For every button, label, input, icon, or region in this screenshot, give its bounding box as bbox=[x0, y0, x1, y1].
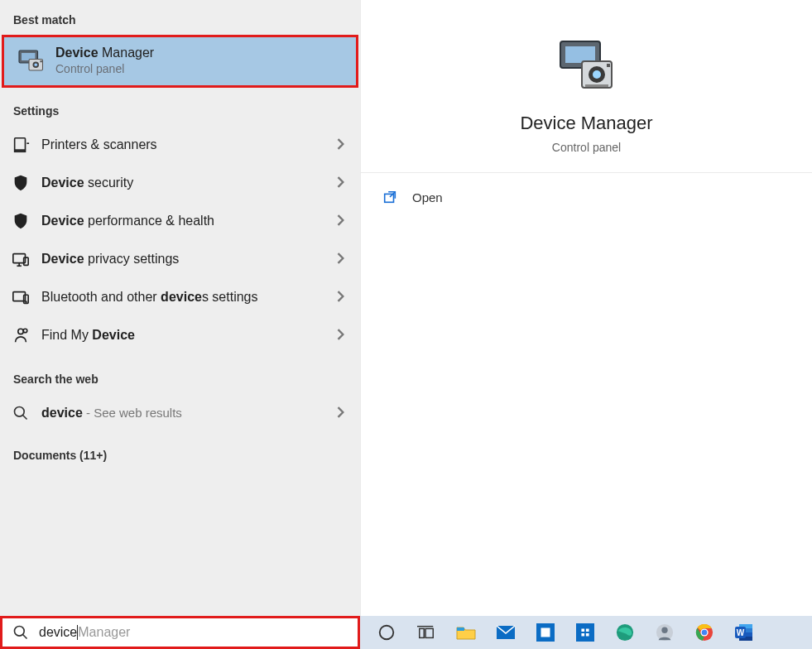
taskbar-edge-icon[interactable] bbox=[607, 616, 643, 649]
chevron-right-icon bbox=[337, 138, 350, 152]
taskbar-app-icon[interactable] bbox=[527, 616, 564, 649]
svg-point-18 bbox=[15, 407, 25, 417]
svg-line-29 bbox=[23, 635, 27, 639]
taskbar-app-icon[interactable] bbox=[567, 616, 603, 649]
chevron-right-icon bbox=[337, 252, 350, 267]
result-text: Find My Device bbox=[41, 328, 337, 343]
device-manager-icon bbox=[554, 33, 620, 99]
preview-subtitle: Control panel bbox=[552, 141, 621, 154]
svg-rect-25 bbox=[607, 64, 610, 67]
svg-point-15 bbox=[26, 301, 26, 302]
printer-icon bbox=[8, 135, 33, 155]
taskbar-mail-icon[interactable] bbox=[488, 616, 524, 649]
find-my-device-icon bbox=[8, 325, 33, 345]
svg-rect-12 bbox=[24, 257, 28, 265]
search-icon bbox=[12, 624, 29, 641]
result-text: Device performance & health bbox=[41, 214, 337, 228]
section-header-web: Search the web bbox=[0, 354, 360, 394]
svg-point-28 bbox=[15, 627, 25, 637]
chevron-right-icon bbox=[337, 406, 350, 421]
result-title: Device Manager bbox=[55, 46, 154, 60]
preview-panel: Device Manager Control panel Open bbox=[360, 0, 812, 616]
section-header-documents: Documents (11+) bbox=[0, 432, 360, 470]
section-header-best-match: Best match bbox=[0, 0, 360, 35]
search-icon bbox=[8, 403, 33, 423]
result-settings-device-security[interactable]: Device security bbox=[0, 164, 360, 202]
svg-rect-31 bbox=[420, 628, 425, 637]
search-input[interactable]: device Manager bbox=[0, 616, 360, 649]
taskbar: W bbox=[360, 616, 812, 649]
chevron-right-icon bbox=[337, 214, 350, 228]
result-text: Bluetooth and other devices settings bbox=[41, 290, 337, 305]
taskbar-chrome-icon[interactable] bbox=[686, 616, 723, 649]
svg-text:W: W bbox=[737, 628, 745, 637]
search-suggestion-text: Manager bbox=[78, 625, 130, 640]
svg-point-4 bbox=[34, 63, 37, 66]
open-icon bbox=[382, 190, 397, 204]
result-settings-device-performance[interactable]: Device performance & health bbox=[0, 202, 360, 240]
chevron-right-icon bbox=[337, 176, 350, 190]
result-settings-find-my-device[interactable]: Find My Device bbox=[0, 316, 360, 354]
section-header-settings: Settings bbox=[0, 88, 360, 126]
result-subtitle: Control panel bbox=[55, 62, 154, 75]
taskbar-taskview-icon[interactable] bbox=[408, 616, 444, 649]
search-results-panel: Best match Device Manager Control panel … bbox=[0, 0, 360, 616]
svg-rect-34 bbox=[457, 627, 464, 631]
svg-point-30 bbox=[380, 626, 394, 640]
taskbar-word-icon[interactable]: W bbox=[726, 616, 762, 649]
devices-icon bbox=[8, 249, 33, 269]
svg-rect-38 bbox=[576, 623, 594, 642]
svg-rect-26 bbox=[585, 84, 608, 87]
chevron-right-icon bbox=[337, 291, 350, 305]
result-text: Printers & scanners bbox=[41, 137, 337, 152]
taskbar-app-icon[interactable] bbox=[646, 616, 683, 649]
result-settings-printers-scanners[interactable]: Printers & scanners bbox=[0, 126, 360, 164]
taskbar-file-explorer-icon[interactable] bbox=[448, 616, 484, 649]
svg-point-44 bbox=[702, 630, 708, 636]
result-settings-bluetooth-devices[interactable]: Bluetooth and other devices settings bbox=[0, 278, 360, 316]
svg-rect-7 bbox=[15, 150, 26, 151]
taskbar-cortana-icon[interactable] bbox=[368, 616, 405, 649]
bluetooth-devices-icon bbox=[8, 287, 33, 307]
search-typed-text: device bbox=[39, 625, 77, 640]
action-open[interactable]: Open bbox=[361, 173, 812, 221]
result-text: device - See web results bbox=[41, 406, 337, 421]
device-manager-icon bbox=[16, 46, 47, 75]
svg-rect-6 bbox=[15, 138, 26, 151]
result-web-search[interactable]: device - See web results bbox=[0, 394, 360, 432]
svg-point-41 bbox=[661, 627, 667, 633]
result-settings-device-privacy[interactable]: Device privacy settings bbox=[0, 240, 360, 278]
svg-point-17 bbox=[23, 329, 27, 333]
result-best-match-device-manager[interactable]: Device Manager Control panel bbox=[2, 35, 358, 88]
svg-line-19 bbox=[23, 416, 27, 420]
svg-rect-32 bbox=[425, 628, 433, 637]
shield-icon bbox=[8, 173, 33, 193]
svg-point-16 bbox=[18, 329, 23, 334]
chevron-right-icon bbox=[337, 329, 350, 343]
svg-rect-5 bbox=[41, 60, 42, 62]
svg-rect-37 bbox=[541, 628, 550, 637]
result-text: Device security bbox=[41, 175, 337, 190]
svg-point-24 bbox=[593, 70, 601, 79]
preview-title: Device Manager bbox=[520, 113, 652, 134]
shield-icon bbox=[8, 211, 33, 231]
action-label: Open bbox=[412, 190, 443, 204]
result-text: Device privacy settings bbox=[41, 252, 337, 267]
